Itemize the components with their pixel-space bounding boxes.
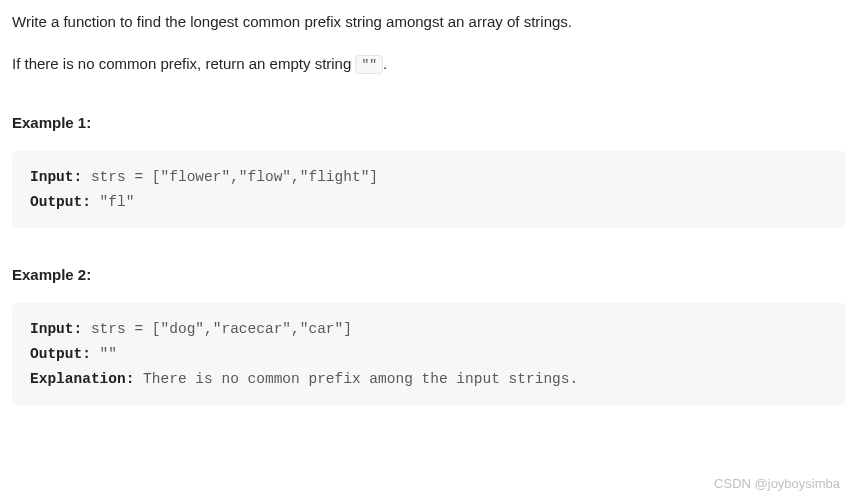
output-label: Output: (30, 346, 91, 362)
description-text-post: . (383, 55, 387, 72)
input-value: strs = ["dog","racecar","car"] (82, 321, 352, 337)
description-line-2: If there is no common prefix, return an … (12, 52, 846, 76)
input-value: strs = ["flower","flow","flight"] (82, 169, 378, 185)
example-code-block-1: Input: strs = ["flower","flow","flight"]… (12, 151, 846, 228)
inline-code-empty-string: "" (355, 55, 383, 74)
description-text-pre: If there is no common prefix, return an … (12, 55, 355, 72)
example-2: Example 2: Input: strs = ["dog","racecar… (12, 263, 846, 405)
input-label: Input: (30, 169, 82, 185)
description-line-1: Write a function to find the longest com… (12, 10, 846, 34)
example-code-block-2: Input: strs = ["dog","racecar","car"] Ou… (12, 303, 846, 405)
output-value: "" (91, 346, 117, 362)
example-1: Example 1: Input: strs = ["flower","flow… (12, 111, 846, 228)
example-heading-1: Example 1: (12, 111, 846, 135)
example-heading-2: Example 2: (12, 263, 846, 287)
problem-description: Write a function to find the longest com… (12, 10, 846, 76)
explanation-label: Explanation: (30, 371, 134, 387)
explanation-value: There is no common prefix among the inpu… (134, 371, 578, 387)
output-value: "fl" (91, 194, 135, 210)
output-label: Output: (30, 194, 91, 210)
input-label: Input: (30, 321, 82, 337)
